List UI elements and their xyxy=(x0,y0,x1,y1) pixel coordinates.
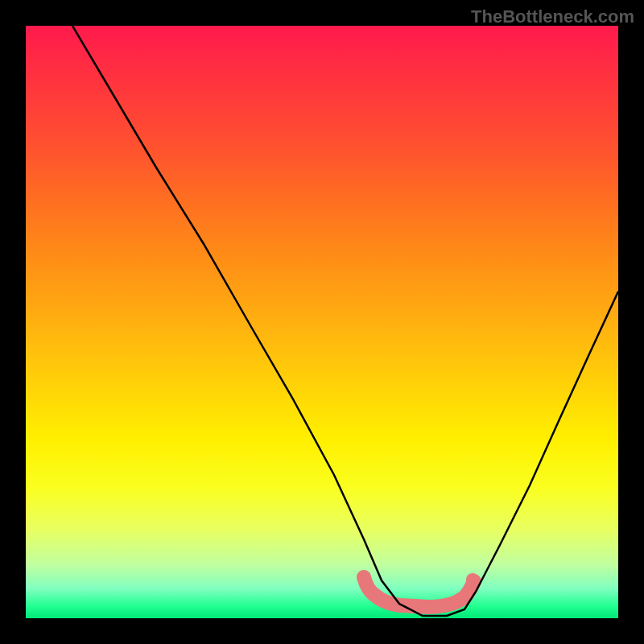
chart-plot-area xyxy=(26,26,618,618)
svg-point-0 xyxy=(466,573,479,586)
bottleneck-curve xyxy=(72,26,618,616)
watermark-text: TheBottleneck.com xyxy=(471,6,634,27)
chart-svg xyxy=(26,26,618,618)
